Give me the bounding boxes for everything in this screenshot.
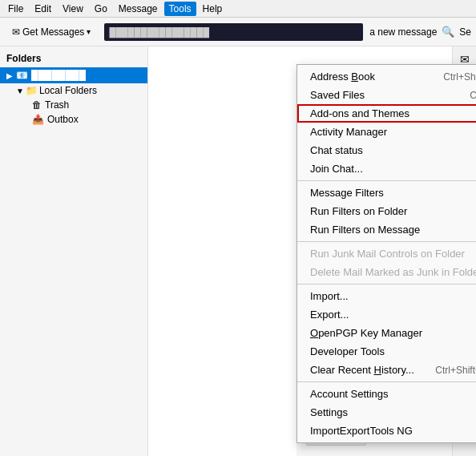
menu-go[interactable]: Go	[90, 2, 112, 16]
email-address-bar: ████████████████	[104, 23, 363, 41]
menu-item-run-filters-message[interactable]: Run Filters on Message	[297, 220, 476, 239]
outbox-item[interactable]: 📤 Outbox	[6, 112, 147, 127]
account-settings-label: Account Settings	[310, 388, 389, 400]
folders-header: Folders	[0, 50, 147, 67]
menu-item-run-junk-folder: Run Junk Mail Controls on Folder	[297, 244, 476, 263]
folder-icon: 📁	[26, 85, 38, 96]
search-label: Se	[459, 26, 471, 38]
delete-junk-folder-label: Delete Mail Marked as Junk in Folder	[310, 266, 476, 278]
separator-3	[297, 284, 476, 284]
openpgp-label: OpenPGP Key Manager	[310, 327, 422, 339]
saved-files-label: Saved Files	[310, 89, 365, 101]
address-book-label: Address Book	[310, 71, 375, 83]
message-filters-label: Message Filters	[310, 187, 384, 199]
trash-icon: 🗑	[32, 99, 42, 111]
local-folders-label: Local Folders	[39, 85, 97, 96]
chat-status-label: Chat status	[310, 144, 363, 156]
menu-view[interactable]: View	[58, 2, 88, 16]
account-arrow-icon: ▶	[6, 71, 13, 80]
run-filters-message-label: Run Filters on Message	[310, 224, 420, 236]
toolbar: ✉ Get Messages ▾ ████████████████ a new …	[0, 18, 476, 46]
menu-item-saved-files[interactable]: Saved Files Ctrl+J	[297, 86, 476, 104]
run-junk-folder-label: Run Junk Mail Controls on Folder	[310, 248, 465, 260]
clear-history-label: Clear Recent History...	[310, 364, 414, 376]
menu-item-import[interactable]: Import...	[297, 287, 476, 305]
menu-item-run-filters-folder[interactable]: Run Filters on Folder	[297, 202, 476, 220]
local-folders-container: ▼ 📁 Local Folders 🗑 Trash 📤 Outbox	[0, 83, 147, 127]
menu-message[interactable]: Message	[114, 2, 163, 16]
outbox-icon: 📤	[32, 114, 44, 125]
trash-item[interactable]: 🗑 Trash	[6, 98, 147, 112]
get-messages-label: Get Messages	[22, 26, 84, 38]
separator-2	[297, 241, 476, 242]
body-area: Folders ▶ 📧 ████████ ▼ 📁 Local Folders 🗑…	[0, 46, 476, 456]
new-message-label: a new message	[369, 26, 437, 38]
address-book-shortcut: Ctrl+Shift+B	[443, 71, 476, 83]
sidebar-account-item[interactable]: ▶ 📧 ████████	[0, 67, 147, 83]
menu-item-settings[interactable]: Settings	[297, 403, 476, 422]
outbox-label: Outbox	[47, 114, 79, 125]
app-window: File Edit View Go Message Tools Help ✉ G…	[0, 0, 476, 456]
join-chat-label: Join Chat...	[310, 163, 363, 175]
menu-item-delete-junk-folder: Delete Mail Marked as Junk in Folder	[297, 263, 476, 281]
menu-tools[interactable]: Tools	[164, 2, 196, 16]
expand-arrow-icon: ▼	[16, 87, 24, 95]
local-folders-group[interactable]: ▼ 📁 Local Folders	[6, 83, 147, 98]
dropdown-arrow-icon: ▾	[87, 27, 91, 36]
menu-item-address-book[interactable]: Address Book Ctrl+Shift+B	[297, 67, 476, 86]
menu-item-export[interactable]: Export...	[297, 305, 476, 324]
import-menu-label: Import...	[310, 290, 349, 302]
account-label: ████████	[31, 70, 86, 81]
menu-edit[interactable]: Edit	[30, 2, 56, 16]
menu-item-openpgp[interactable]: OpenPGP Key Manager	[297, 324, 476, 342]
saved-files-shortcut: Ctrl+J	[470, 90, 476, 101]
sidebar: Folders ▶ 📧 ████████ ▼ 📁 Local Folders 🗑…	[0, 46, 148, 456]
email-bar-text: ████████████████	[109, 27, 209, 37]
menu-item-activity-manager[interactable]: Activity Manager	[297, 123, 476, 141]
menu-item-import-export-tools[interactable]: ImportExportTools NG ›	[297, 422, 476, 440]
search-icon: 🔍	[442, 26, 454, 38]
menu-item-join-chat[interactable]: Join Chat...	[297, 159, 476, 178]
menu-item-chat-status[interactable]: Chat status ›	[297, 141, 476, 159]
account-icon: 📧	[16, 70, 28, 81]
activity-manager-label: Activity Manager	[310, 126, 387, 138]
tools-menu: Address Book Ctrl+Shift+B Saved Files Ct…	[296, 64, 476, 443]
tools-dropdown: Address Book Ctrl+Shift+B Saved Files Ct…	[296, 64, 476, 443]
trash-label: Trash	[45, 99, 69, 111]
clear-history-shortcut: Ctrl+Shift+Del	[435, 365, 476, 376]
import-export-tools-label: ImportExportTools NG	[310, 425, 413, 437]
developer-tools-label: Developer Tools	[310, 345, 385, 357]
export-label: Export...	[310, 309, 349, 321]
menu-item-clear-history[interactable]: Clear Recent History... Ctrl+Shift+Del	[297, 361, 476, 379]
main-content: 📅 Calendar essages, address book entr d …	[148, 46, 476, 456]
separator-1	[297, 180, 476, 181]
menu-item-account-settings[interactable]: Account Settings	[297, 385, 476, 403]
menu-item-developer-tools[interactable]: Developer Tools ›	[297, 342, 476, 361]
envelope-toolbar-icon: ✉	[12, 26, 20, 38]
separator-4	[297, 381, 476, 382]
menu-item-add-ons[interactable]: Add-ons and Themes	[297, 104, 476, 123]
get-messages-button[interactable]: ✉ Get Messages ▾	[5, 23, 98, 41]
add-ons-label: Add-ons and Themes	[310, 107, 409, 119]
settings-label: Settings	[310, 406, 348, 418]
menu-help[interactable]: Help	[198, 2, 228, 16]
menu-bar: File Edit View Go Message Tools Help	[0, 0, 476, 18]
menu-item-message-filters[interactable]: Message Filters	[297, 184, 476, 202]
run-filters-folder-label: Run Filters on Folder	[310, 205, 407, 217]
menu-file[interactable]: File	[3, 2, 28, 16]
